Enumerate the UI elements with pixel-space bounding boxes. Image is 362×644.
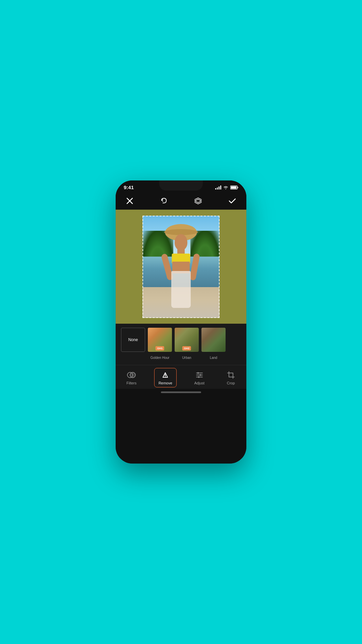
adjust-icon: [195, 370, 204, 380]
canvas-area[interactable]: [116, 210, 246, 324]
home-bar: [161, 391, 201, 393]
svg-point-14: [198, 376, 199, 378]
confirm-button[interactable]: [226, 195, 238, 207]
status-time: 9:41: [124, 184, 134, 190]
bottom-toolbar: Filters Remove: [116, 365, 246, 389]
filter-panel: None GH1 GH2 Golden: [116, 324, 246, 365]
status-icons: [215, 185, 238, 190]
tool-crop[interactable]: Crop: [222, 369, 240, 386]
filter-gh1[interactable]: GH1: [148, 328, 172, 352]
filter-land[interactable]: [201, 328, 226, 352]
signal-icon: [215, 185, 221, 190]
battery-icon: [230, 185, 238, 190]
svg-rect-2: [237, 187, 238, 188]
tool-adjust[interactable]: Adjust: [190, 369, 208, 386]
home-indicator: [116, 389, 246, 396]
tool-filters[interactable]: Filters: [122, 369, 140, 386]
undo-button[interactable]: [158, 195, 170, 207]
filter-gh2-name: Urban: [175, 356, 199, 360]
svg-point-13: [199, 374, 201, 376]
filter-none[interactable]: None: [121, 328, 145, 352]
remove-label: Remove: [159, 381, 172, 385]
phone-frame: 9:41: [116, 180, 246, 464]
person-figure: [163, 224, 199, 318]
layers-button[interactable]: [192, 195, 204, 207]
crop-icon: [226, 370, 236, 380]
svg-point-6: [130, 372, 135, 378]
wifi-icon: [223, 185, 228, 190]
remove-icon: [161, 370, 170, 380]
svg-point-12: [197, 372, 199, 374]
tool-remove[interactable]: Remove: [154, 368, 177, 387]
filter-gh2[interactable]: GH2: [175, 328, 199, 352]
close-button[interactable]: [124, 195, 136, 207]
notch: [159, 180, 203, 191]
filter-scroll-container[interactable]: None GH1 GH2: [116, 328, 246, 355]
filters-icon: [127, 370, 136, 380]
phone-screen: 9:41: [116, 180, 246, 464]
filters-label: Filters: [126, 381, 136, 385]
adjust-label: Adjust: [194, 381, 204, 385]
filter-names: Golden Hour Urban Land: [116, 355, 246, 362]
crop-label: Crop: [227, 381, 235, 385]
filter-gh1-badge: GH1: [156, 346, 164, 351]
filter-gh1-name: Golden Hour: [148, 356, 172, 360]
filter-gh2-badge: GH2: [182, 346, 191, 351]
top-toolbar: [116, 192, 246, 210]
svg-point-8: [165, 377, 166, 377]
filter-land-name: Land: [201, 356, 226, 360]
svg-rect-1: [231, 186, 237, 189]
photo-canvas: [142, 216, 220, 318]
